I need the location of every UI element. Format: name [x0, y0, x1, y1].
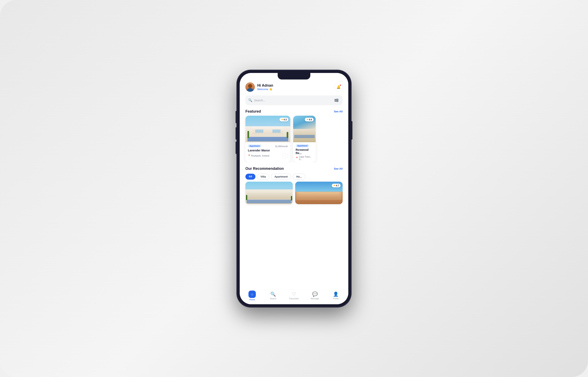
price-value-lavender: $1,900/month [275, 145, 288, 148]
header-left: Hi Adnan Welcome 👋 [245, 82, 273, 92]
search-nav-icon: 🔍 [270, 292, 276, 297]
filter-tab-all[interactable]: All [245, 174, 255, 180]
card-location-lavender: 📍 Reykjavik, Iceland [248, 154, 269, 157]
filter-tab-villa[interactable]: Villa [257, 174, 270, 180]
search-input[interactable]: Search... [254, 99, 332, 102]
rating-value-lavender: 4.3 [283, 118, 287, 121]
rating-badge-rec2: ★ 4.7 [332, 184, 340, 187]
rating-value-rec2: 4.7 [336, 184, 339, 187]
rec-card-image-1: ★ 4.5 [245, 182, 293, 204]
featured-card-lavender[interactable]: ★ 4.3 Apartment $1,900/month [245, 116, 290, 163]
svg-point-4 [335, 100, 336, 101]
featured-scroll: ★ 4.3 Apartment $1,900/month [240, 116, 348, 163]
star-icon: ★ [281, 118, 283, 120]
notification-dot [339, 84, 341, 86]
card-tag-price-lavender: Apartment $1,900/month [248, 144, 288, 148]
rating-value-roswood: 4.6 [309, 118, 312, 121]
nav-label-search: Search [270, 297, 276, 300]
card-image-roswood: ★ 4.6 [293, 116, 316, 142]
home-icon: ⌂ [251, 292, 253, 296]
rating-badge-roswood: ★ 4.6 [305, 118, 314, 121]
filter-tab-ho[interactable]: Ho... [293, 174, 305, 180]
filter-sliders-icon [334, 99, 339, 102]
filter-tabs: All Villa Apartment Ho... [240, 173, 348, 182]
greeting-sub: Welcome 👋 [257, 88, 273, 91]
recommendation-title: Our Recommendation [245, 166, 284, 171]
card-image-lavender: ★ 4.3 [245, 116, 290, 142]
nav-item-favourites[interactable]: ♡ Favourites [289, 292, 299, 300]
card-name-roswood: Roswood Re... [296, 148, 313, 155]
nav-label-profile: Profile [333, 297, 339, 300]
search-section: 🔍 Search... [240, 94, 348, 108]
heart-icon: ♡ [284, 154, 286, 157]
location-pin-icon: 📍 [248, 154, 250, 157]
search-bar[interactable]: 🔍 Search... [245, 95, 343, 105]
message-nav-icon: 💬 [312, 292, 318, 297]
rec-card-2[interactable]: ★ 4.7 [295, 182, 343, 204]
rec-property-image-1 [245, 182, 293, 204]
filter-tab-apartment[interactable]: Apartment [271, 174, 291, 180]
svg-point-5 [337, 101, 338, 102]
greeting-container: Hi Adnan Welcome 👋 [257, 83, 273, 91]
featured-title: Featured [245, 109, 261, 114]
nav-label-home: Home [249, 298, 255, 301]
card-footer-lavender: 📍 Reykjavik, Iceland ♡ [248, 153, 288, 159]
notification-button[interactable]: 🔔 [334, 83, 343, 91]
rec-card-image-2: ★ 4.7 [295, 182, 343, 204]
svg-point-3 [337, 99, 338, 100]
avatar [245, 82, 255, 92]
rec-card-1[interactable]: ★ 4.5 [245, 182, 293, 204]
search-icon: 🔍 [248, 98, 252, 102]
avatar-face [245, 82, 255, 92]
star-icon-rec2: ★ [333, 184, 335, 187]
featured-card-roswood[interactable]: ★ 4.6 Apartment Roswood Re... 📍 Cap [293, 116, 316, 163]
bottom-nav: ⌂ Home 🔍 Search ♡ Favourites 💬 Me [240, 290, 348, 304]
nav-home-active-bg: ⌂ [249, 291, 256, 298]
recommendation-see-all[interactable]: See All [334, 167, 343, 170]
header: Hi Adnan Welcome 👋 🔔 [240, 80, 348, 94]
favorite-button-lavender[interactable]: ♡ [282, 153, 288, 159]
profile-nav-icon: 👤 [333, 292, 339, 297]
nav-item-message[interactable]: 💬 Message [310, 292, 320, 300]
card-name-lavender: Lavender Manor [248, 149, 288, 152]
phone-screen: Hi Adnan Welcome 👋 🔔 🔍 Search... [240, 73, 348, 304]
nav-label-message: Message [311, 297, 319, 300]
rating-badge-lavender: ★ 4.3 [280, 118, 288, 121]
phone-shell: Hi Adnan Welcome 👋 🔔 🔍 Search... [237, 70, 351, 307]
greeting-name: Hi Adnan [257, 83, 273, 88]
recommendation-section: Our Recommendation See All All Villa Apa… [240, 163, 348, 204]
location-pin-icon-2: 📍 [296, 157, 298, 159]
star-icon-2: ★ [306, 118, 308, 120]
card-tag-roswood: Apartment [296, 144, 309, 147]
nav-label-favourites: Favourites [289, 297, 299, 300]
phone-notch [278, 73, 310, 80]
card-body-lavender: Apartment $1,900/month Lavender Manor [245, 142, 290, 161]
screen-content: Hi Adnan Welcome 👋 🔔 🔍 Search... [240, 73, 348, 290]
nav-item-home[interactable]: ⌂ Home [247, 291, 257, 301]
recommendation-grid: ★ 4.5 [240, 182, 348, 204]
card-body-roswood: Apartment Roswood Re... 📍 Cape Town, S..… [293, 142, 316, 163]
filter-button[interactable] [333, 97, 340, 103]
card-tag-price-roswood: Apartment [296, 144, 313, 147]
featured-see-all[interactable]: See All [334, 110, 343, 113]
page-background: Hi Adnan Welcome 👋 🔔 🔍 Search... [0, 0, 588, 377]
nav-item-search[interactable]: 🔍 Search [268, 292, 278, 300]
nav-item-profile[interactable]: 👤 Profile [331, 292, 341, 300]
recommendation-header: Our Recommendation See All [240, 165, 348, 173]
heart-nav-icon: ♡ [292, 292, 296, 297]
card-tag-lavender: Apartment [248, 144, 261, 148]
card-location-roswood: 📍 Cape Town, S... [296, 155, 313, 160]
featured-header: Featured See All [240, 108, 348, 116]
card-price-lavender: $1,900/month [275, 144, 288, 148]
